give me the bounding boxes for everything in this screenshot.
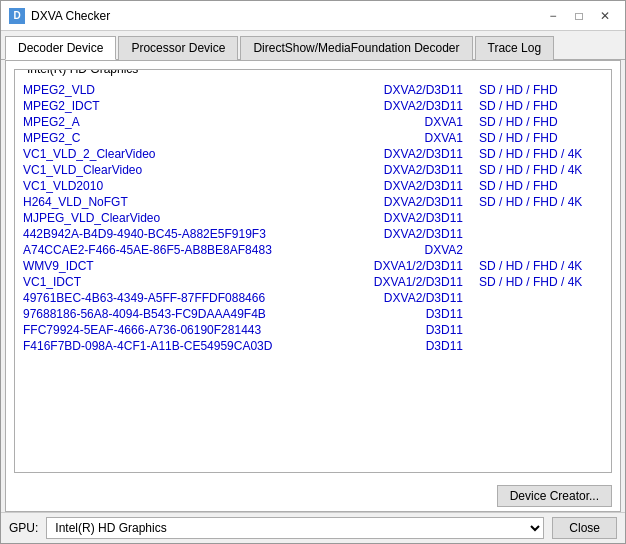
main-content: Intel(R) HD Graphics MPEG2_VLDDXVA2/D3D1… bbox=[5, 60, 621, 512]
main-window: D DXVA Checker − □ ✕ Decoder Device Proc… bbox=[0, 0, 626, 544]
device-name: VC1_VLD_ClearVideo bbox=[23, 163, 343, 177]
device-name: MPEG2_IDCT bbox=[23, 99, 343, 113]
tab-decoder-device[interactable]: Decoder Device bbox=[5, 36, 116, 60]
table-row: VC1_IDCTDXVA1/2/D3D11SD / HD / FHD / 4K bbox=[19, 274, 607, 290]
table-row: VC1_VLD_2_ClearVideoDXVA2/D3D11SD / HD /… bbox=[19, 146, 607, 162]
table-row: F416F7BD-098A-4CF1-A11B-CE54959CA03DD3D1… bbox=[19, 338, 607, 354]
device-api: DXVA2/D3D11 bbox=[343, 163, 463, 177]
device-api: DXVA1/2/D3D11 bbox=[343, 259, 463, 273]
table-row: MPEG2_ADXVA1SD / HD / FHD bbox=[19, 114, 607, 130]
table-row: MPEG2_CDXVA1SD / HD / FHD bbox=[19, 130, 607, 146]
device-resolution: SD / HD / FHD bbox=[463, 131, 603, 145]
device-name: 442B942A-B4D9-4940-BC45-A882E5F919F3 bbox=[23, 227, 343, 241]
title-controls: − □ ✕ bbox=[541, 6, 617, 26]
device-name: H264_VLD_NoFGT bbox=[23, 195, 343, 209]
table-row: MJPEG_VLD_ClearVideoDXVA2/D3D11 bbox=[19, 210, 607, 226]
device-name: 49761BEC-4B63-4349-A5FF-87FFDF088466 bbox=[23, 291, 343, 305]
close-button[interactable]: Close bbox=[552, 517, 617, 539]
device-resolution: SD / HD / FHD / 4K bbox=[463, 195, 603, 209]
table-row: A74CCAE2-F466-45AE-86F5-AB8BE8AF8483DXVA… bbox=[19, 242, 607, 258]
device-name: VC1_VLD_2_ClearVideo bbox=[23, 147, 343, 161]
device-api: DXVA2/D3D11 bbox=[343, 99, 463, 113]
device-name: MPEG2_A bbox=[23, 115, 343, 129]
table-row: H264_VLD_NoFGTDXVA2/D3D11SD / HD / FHD /… bbox=[19, 194, 607, 210]
tab-processor-device[interactable]: Processor Device bbox=[118, 36, 238, 60]
tab-trace-log[interactable]: Trace Log bbox=[475, 36, 555, 60]
title-bar-left: D DXVA Checker bbox=[9, 8, 110, 24]
device-name: MPEG2_C bbox=[23, 131, 343, 145]
device-api: DXVA1/2/D3D11 bbox=[343, 275, 463, 289]
device-api: DXVA2 bbox=[343, 243, 463, 257]
device-name: VC1_VLD2010 bbox=[23, 179, 343, 193]
device-api: DXVA1 bbox=[343, 131, 463, 145]
device-resolution: SD / HD / FHD / 4K bbox=[463, 163, 603, 177]
tab-directshow[interactable]: DirectShow/MediaFoundation Decoder bbox=[240, 36, 472, 60]
device-api: DXVA2/D3D11 bbox=[343, 291, 463, 305]
device-name: F416F7BD-098A-4CF1-A11B-CE54959CA03D bbox=[23, 339, 343, 353]
minimize-button[interactable]: − bbox=[541, 6, 565, 26]
table-row: MPEG2_VLDDXVA2/D3D11SD / HD / FHD bbox=[19, 82, 607, 98]
title-bar: D DXVA Checker − □ ✕ bbox=[1, 1, 625, 31]
table-row: WMV9_IDCTDXVA1/2/D3D11SD / HD / FHD / 4K bbox=[19, 258, 607, 274]
table-row: 97688186-56A8-4094-B543-FC9DAAA49F4BD3D1… bbox=[19, 306, 607, 322]
table-row: MPEG2_IDCTDXVA2/D3D11SD / HD / FHD bbox=[19, 98, 607, 114]
maximize-button[interactable]: □ bbox=[567, 6, 591, 26]
device-api: DXVA1 bbox=[343, 115, 463, 129]
footer: GPU: Intel(R) HD Graphics Close bbox=[1, 512, 625, 543]
device-api: DXVA2/D3D11 bbox=[343, 179, 463, 193]
tab-bar: Decoder Device Processor Device DirectSh… bbox=[1, 31, 625, 60]
device-name: WMV9_IDCT bbox=[23, 259, 343, 273]
device-api: D3D11 bbox=[343, 339, 463, 353]
device-name: MPEG2_VLD bbox=[23, 83, 343, 97]
table-row: FFC79924-5EAF-4666-A736-06190F281443D3D1… bbox=[19, 322, 607, 338]
device-api: DXVA2/D3D11 bbox=[343, 195, 463, 209]
gpu-label: GPU: bbox=[9, 521, 38, 535]
table-row: 442B942A-B4D9-4940-BC45-A882E5F919F3DXVA… bbox=[19, 226, 607, 242]
device-name: A74CCAE2-F466-45AE-86F5-AB8BE8AF8483 bbox=[23, 243, 343, 257]
group-label: Intel(R) HD Graphics bbox=[23, 69, 142, 76]
device-creator-button[interactable]: Device Creator... bbox=[497, 485, 612, 507]
table-row: VC1_VLD2010DXVA2/D3D11SD / HD / FHD bbox=[19, 178, 607, 194]
app-icon: D bbox=[9, 8, 25, 24]
device-name: VC1_IDCT bbox=[23, 275, 343, 289]
gpu-select[interactable]: Intel(R) HD Graphics bbox=[46, 517, 544, 539]
device-resolution: SD / HD / FHD / 4K bbox=[463, 259, 603, 273]
device-api: DXVA2/D3D11 bbox=[343, 147, 463, 161]
device-resolution: SD / HD / FHD bbox=[463, 99, 603, 113]
device-api: DXVA2/D3D11 bbox=[343, 211, 463, 225]
device-resolution: SD / HD / FHD / 4K bbox=[463, 275, 603, 289]
device-api: D3D11 bbox=[343, 323, 463, 337]
table-row: 49761BEC-4B63-4349-A5FF-87FFDF088466DXVA… bbox=[19, 290, 607, 306]
window-title: DXVA Checker bbox=[31, 9, 110, 23]
device-table: MPEG2_VLDDXVA2/D3D11SD / HD / FHDMPEG2_I… bbox=[15, 70, 611, 358]
device-resolution: SD / HD / FHD bbox=[463, 179, 603, 193]
table-row: VC1_VLD_ClearVideoDXVA2/D3D11SD / HD / F… bbox=[19, 162, 607, 178]
device-resolution: SD / HD / FHD bbox=[463, 83, 603, 97]
device-name: 97688186-56A8-4094-B543-FC9DAAA49F4B bbox=[23, 307, 343, 321]
close-window-button[interactable]: ✕ bbox=[593, 6, 617, 26]
bottom-bar: Device Creator... bbox=[6, 481, 620, 511]
device-api: DXVA2/D3D11 bbox=[343, 227, 463, 241]
device-api: D3D11 bbox=[343, 307, 463, 321]
device-name: FFC79924-5EAF-4666-A736-06190F281443 bbox=[23, 323, 343, 337]
device-api: DXVA2/D3D11 bbox=[343, 83, 463, 97]
device-resolution: SD / HD / FHD / 4K bbox=[463, 147, 603, 161]
device-resolution: SD / HD / FHD bbox=[463, 115, 603, 129]
device-group: Intel(R) HD Graphics MPEG2_VLDDXVA2/D3D1… bbox=[14, 69, 612, 473]
device-name: MJPEG_VLD_ClearVideo bbox=[23, 211, 343, 225]
